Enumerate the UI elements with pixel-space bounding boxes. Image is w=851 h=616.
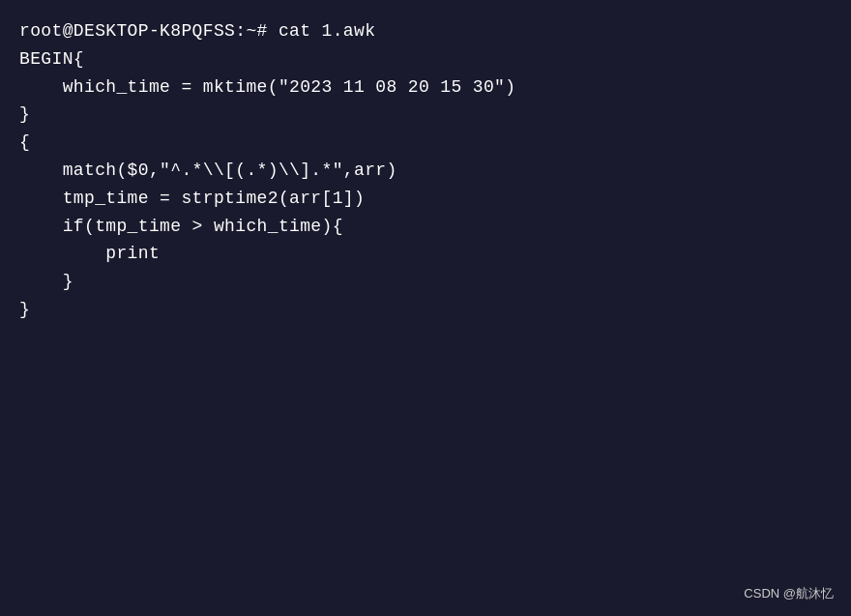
terminal-code-line: } [19, 101, 832, 129]
terminal-code-line: BEGIN{ [19, 45, 832, 73]
terminal-code-line: print [19, 240, 832, 268]
watermark: CSDN @航沐忆 [744, 585, 834, 602]
terminal-code-line: } [19, 296, 832, 324]
terminal-code-line: if(tmp_time > which_time){ [19, 213, 832, 241]
prompt-line: root@DESKTOP-K8PQFSS:~# cat 1.awk [19, 17, 832, 45]
terminal-code-line: tmp_time = strptime2(arr[1]) [19, 185, 832, 213]
terminal-code-line: { [19, 129, 832, 157]
terminal-window: root@DESKTOP-K8PQFSS:~# cat 1.awk BEGIN{… [0, 0, 851, 616]
terminal-code-line: match($0,"^.*\\[(.*)\\].*",arr) [19, 157, 832, 185]
code-block: BEGIN{ which_time = mktime("2023 11 08 2… [19, 45, 832, 324]
terminal-code-line: which_time = mktime("2023 11 08 20 15 30… [19, 73, 832, 102]
terminal-code-line: } [19, 268, 832, 296]
